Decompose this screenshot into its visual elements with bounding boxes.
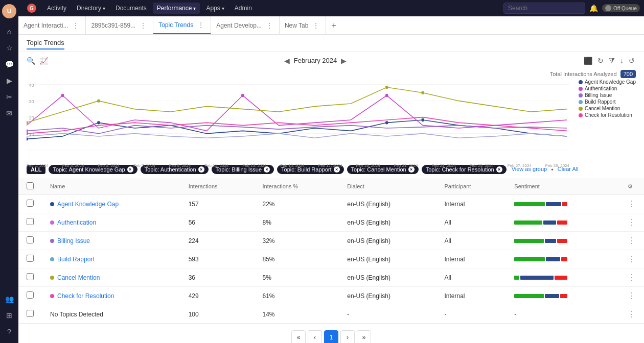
legend-item-3: Build Rapport xyxy=(579,99,636,105)
notification-bell-icon[interactable]: 🔔 xyxy=(587,2,600,14)
cell-more-5[interactable]: ⋮ xyxy=(619,287,644,305)
nav-activity[interactable]: Activity xyxy=(43,3,71,14)
tab-0-menu-icon[interactable]: ⋮ xyxy=(71,21,80,30)
tab-agent-interactions[interactable]: Agent Interacti... ⋮ xyxy=(18,16,86,34)
topic-link-5[interactable]: Check for Resolution xyxy=(57,292,114,300)
cell-sentiment-1 xyxy=(506,213,619,232)
tab-4-menu-icon[interactable]: ⋮ xyxy=(311,21,320,30)
status-toggle[interactable]: Off Queue xyxy=(602,4,640,12)
sidebar-icon-chat[interactable]: 💬 xyxy=(2,57,16,71)
cell-sentiment-6: - xyxy=(506,305,619,324)
cell-more-2[interactable]: ⋮ xyxy=(619,232,644,250)
pagination-last[interactable]: » xyxy=(357,330,371,343)
row-checkbox-2[interactable] xyxy=(27,236,34,243)
tab-agent-develop[interactable]: Agent Develop... ⋮ xyxy=(211,16,280,34)
table-row: Build Rapport 593 85% en-US (English) In… xyxy=(18,250,644,268)
sidebar-icon-video[interactable]: ▶ xyxy=(2,74,16,88)
legend-item-4: Cancel Mention xyxy=(579,106,636,111)
nav-apps[interactable]: Apps ▾ xyxy=(202,3,228,14)
row-checkbox-1[interactable] xyxy=(27,218,34,225)
header-dialect: Dialect xyxy=(339,178,436,195)
cell-more-6[interactable]: ⋮ xyxy=(619,305,644,324)
cell-more-1[interactable]: ⋮ xyxy=(619,213,644,232)
more-options-icon-2[interactable]: ⋮ xyxy=(628,236,636,245)
avatar[interactable]: U xyxy=(2,4,16,18)
sidebar-icon-home[interactable]: ⌂ xyxy=(2,24,16,39)
tab-new-tab[interactable]: New Tab ⋮ xyxy=(280,16,326,34)
cell-more-0[interactable]: ⋮ xyxy=(619,195,644,213)
more-options-icon-5[interactable]: ⋮ xyxy=(628,291,636,300)
header-actions: ⚙ xyxy=(619,178,644,195)
nav-admin[interactable]: Admin xyxy=(231,3,256,14)
cell-dialect-3: en-US (English) xyxy=(339,250,436,268)
cell-pct-3: 85% xyxy=(255,250,339,268)
tab-id[interactable]: 2895c391-859... ⋮ xyxy=(86,16,153,34)
sidebar-icon-inbox[interactable]: ✉ xyxy=(2,106,16,120)
screenshot-icon[interactable]: ⬛ xyxy=(583,56,593,66)
pagination-next[interactable]: › xyxy=(340,330,355,343)
nav-directory[interactable]: Directory ▾ xyxy=(73,3,109,14)
pagination-first[interactable]: « xyxy=(291,330,306,343)
more-options-icon-1[interactable]: ⋮ xyxy=(628,218,636,227)
filter-icon[interactable]: ⧩ xyxy=(608,55,616,66)
undo-icon[interactable]: ↺ xyxy=(628,56,636,66)
row-checkbox-3[interactable] xyxy=(27,255,34,262)
cell-pct-1: 8% xyxy=(255,213,339,232)
cell-more-4[interactable]: ⋮ xyxy=(619,268,644,287)
sidebar-icon-scissors[interactable]: ✂ xyxy=(2,90,16,104)
tab-topic-trends[interactable]: Topic Trends ⋮ xyxy=(153,16,211,34)
sidebar-icon-users[interactable]: 👥 xyxy=(2,292,16,306)
pagination-prev[interactable]: ‹ xyxy=(308,330,322,343)
prev-month-button[interactable]: ◀ xyxy=(284,57,290,65)
chart-type-icon[interactable]: 📈 xyxy=(39,57,48,65)
sidebar-icon-help[interactable]: ? xyxy=(2,325,16,339)
cell-participant-2: All xyxy=(436,232,506,250)
legend-label-4: Cancel Mention xyxy=(585,106,620,111)
more-options-icon-3[interactable]: ⋮ xyxy=(628,255,636,263)
cell-more-3[interactable]: ⋮ xyxy=(619,250,644,268)
sidebar-icon-star[interactable]: ☆ xyxy=(2,41,16,55)
svg-point-19 xyxy=(27,132,28,135)
nav-documents[interactable]: Documents xyxy=(111,3,151,14)
more-options-icon-0[interactable]: ⋮ xyxy=(628,200,636,208)
topic-link-2[interactable]: Billing Issue xyxy=(57,237,90,244)
header-participant: Participant xyxy=(436,178,506,195)
svg-text:30: 30 xyxy=(29,99,34,104)
row-checkbox-0[interactable] xyxy=(27,200,34,207)
legend-item-1: Authentication xyxy=(579,86,636,91)
svg-point-9 xyxy=(385,121,388,124)
next-month-button[interactable]: ▶ xyxy=(341,57,347,65)
more-options-icon-6[interactable]: ⋮ xyxy=(628,310,636,318)
sidebar-icon-grid[interactable]: ⊞ xyxy=(2,308,16,323)
cell-pct-2: 32% xyxy=(255,232,339,250)
cell-dialect-6: - xyxy=(339,305,436,324)
tab-3-menu-icon[interactable]: ⋮ xyxy=(265,21,274,30)
row-checkbox-4[interactable] xyxy=(27,273,34,280)
row-checkbox-5[interactable] xyxy=(27,291,34,299)
table-row: Cancel Mention 36 5% en-US (English) All… xyxy=(18,268,644,287)
nav-performance[interactable]: Performance ▾ xyxy=(153,3,200,14)
cell-pct-0: 22% xyxy=(255,195,339,213)
legend-label-2: Billing Issue xyxy=(585,92,612,98)
download-icon[interactable]: ↓ xyxy=(619,56,625,66)
search-input[interactable] xyxy=(503,3,585,14)
svg-text:10: 10 xyxy=(29,132,34,137)
content-area: Topic Trends 🔍 📈 ◀ February 2024 ▶ ⬛ ↻ ⧩… xyxy=(18,35,644,343)
tab-add-button[interactable]: + xyxy=(326,16,341,34)
topic-link-0[interactable]: Agent Knowledge Gap xyxy=(57,201,119,208)
tab-2-menu-icon[interactable]: ⋮ xyxy=(196,21,205,29)
pagination-current[interactable]: 1 xyxy=(324,330,338,343)
topic-link-4[interactable]: Cancel Mention xyxy=(57,274,100,281)
row-checkbox-6[interactable] xyxy=(27,310,34,317)
settings-icon[interactable]: ⚙ xyxy=(628,183,633,189)
refresh-icon[interactable]: ↻ xyxy=(596,56,605,66)
more-options-icon-4[interactable]: ⋮ xyxy=(628,273,636,282)
select-all-checkbox[interactable] xyxy=(27,182,34,189)
topic-link-3[interactable]: Build Rapport xyxy=(57,256,95,263)
topic-link-1[interactable]: Authentication xyxy=(57,219,96,226)
search-icon[interactable]: 🔍 xyxy=(27,57,35,65)
performance-chevron: ▾ xyxy=(193,6,196,11)
tabs-bar: Agent Interacti... ⋮ 2895c391-859... ⋮ T… xyxy=(18,16,644,35)
tab-1-menu-icon[interactable]: ⋮ xyxy=(139,21,148,30)
nav-logo[interactable]: G xyxy=(22,1,41,15)
